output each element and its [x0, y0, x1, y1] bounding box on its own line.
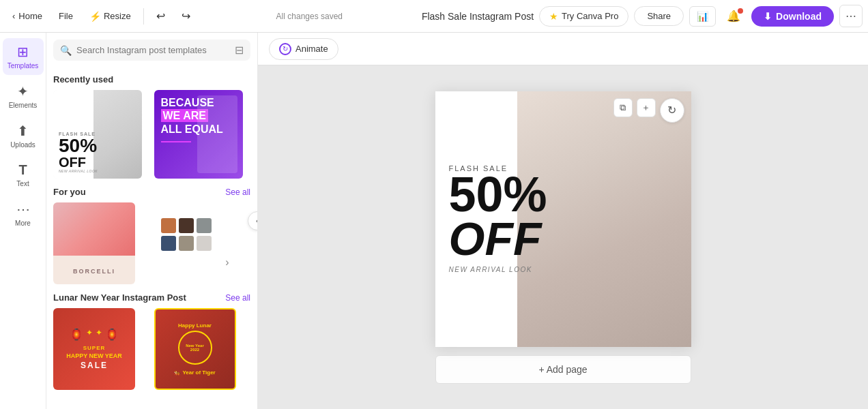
home-label: Home	[18, 11, 42, 21]
arrow-right-icon: ›	[225, 256, 229, 269]
template-palette[interactable]: ›	[154, 202, 236, 284]
canvas-content[interactable]: ⧉ ＋ ↻ FLASH SALE	[258, 65, 868, 409]
redo-icon: ↪	[182, 10, 190, 22]
equal-figure	[197, 95, 237, 173]
for-you-title: For you	[53, 187, 86, 197]
canvas-duplicate-button[interactable]: ＋	[637, 98, 656, 117]
for-you-see-all[interactable]: See all	[225, 187, 250, 197]
undo-button[interactable]: ↩	[149, 5, 172, 27]
design-canvas[interactable]: FLASH SALE 50% OFF NEW ARRIVAL LOOK	[435, 91, 691, 347]
animate-label: Animate	[295, 44, 328, 54]
canvas-inner: FLASH SALE 50% OFF NEW ARRIVAL LOOK	[435, 91, 691, 347]
canvas-sub-label: NEW ARRIVAL LOOK	[449, 266, 547, 273]
uploads-label: Uploads	[10, 141, 35, 149]
sidebar-item-uploads[interactable]: ⬆ Uploads	[3, 117, 44, 154]
more-options-button[interactable]: ⋯	[839, 5, 863, 27]
template-lunar-2[interactable]: Happy Lunar New Year2022 🐅 Year of Tiger	[154, 308, 236, 390]
lunar2-year: New Year2022	[186, 344, 204, 352]
canvas-refresh-button[interactable]: ↻	[660, 98, 684, 123]
refresh-icon: ↻	[667, 104, 676, 117]
lunar-title: Lunar New Year Instagram Post	[53, 292, 186, 303]
lunar2-bottom-text: 🐅 Year of Tiger	[174, 369, 215, 376]
for-you-grid: BORCELLI ›	[53, 202, 250, 284]
swatch-5	[179, 236, 194, 251]
redo-button[interactable]: ↪	[175, 5, 197, 27]
download-icon: ⬇	[764, 11, 772, 22]
flash-text-block: FLASH SALE 50% OFF NEW ARRIVAL LOOK	[59, 132, 98, 173]
borcelli-label: BORCELLI	[53, 268, 135, 275]
icon-sidebar: ⊞ Templates ✦ Elements ⬆ Uploads T Text …	[0, 33, 46, 409]
lunar1-happy: HAPPY NEW YEAR	[66, 352, 122, 359]
palette-arrow: ›	[161, 256, 229, 269]
lantern2-icon: 🏮	[105, 328, 119, 341]
toolbar: ‹ Home File ⚡ Resize ↩ ↪ All changes sav…	[0, 0, 868, 33]
template-lunar-1[interactable]: 🏮 ✦ ✦ 🏮 SUPER HAPPY NEW YEAR SALE	[53, 308, 135, 390]
more-icon: ⋯	[845, 10, 856, 22]
swatch-3	[197, 218, 212, 233]
resize-button[interactable]: ⚡ Resize	[83, 7, 138, 26]
elements-icon: ✦	[17, 83, 29, 100]
borcelli-flowers	[53, 202, 135, 256]
star-icon: ★	[549, 11, 558, 22]
copy-icon: ⧉	[620, 102, 626, 113]
sidebar-item-templates[interactable]: ⊞ Templates	[3, 38, 44, 75]
palette-row-1	[161, 218, 229, 233]
undo-icon: ↩	[156, 10, 165, 22]
notification-button[interactable]: 🔔	[721, 5, 746, 27]
templates-content: Recently used FLASH SALE 50% OFF NEW ARR…	[46, 66, 257, 409]
canvas-off: OFF	[449, 217, 547, 261]
borcelli-footer: BORCELLI	[53, 264, 135, 279]
template-flash-sale[interactable]: FLASH SALE 50% OFF NEW ARRIVAL LOOK	[53, 90, 142, 179]
sidebar-item-more[interactable]: ⋯ More	[3, 196, 44, 232]
chevron-left-icon: ‹	[12, 11, 15, 21]
search-bar: 🔍 ⊟	[53, 40, 250, 61]
search-input[interactable]	[76, 45, 230, 55]
lunar2-circle: New Year2022	[178, 331, 212, 365]
analytics-button[interactable]: 📊	[689, 6, 716, 27]
animate-button[interactable]: ↻ Animate	[269, 38, 338, 60]
design-canvas-wrapper: ⧉ ＋ ↻ FLASH SALE	[435, 91, 691, 384]
search-icon: 🔍	[60, 45, 72, 56]
download-button[interactable]: ⬇ Download	[751, 6, 834, 27]
file-button[interactable]: File	[52, 7, 80, 25]
uploads-icon: ⬆	[17, 123, 29, 139]
more-label: More	[15, 219, 31, 227]
filter-icon: ⊟	[235, 44, 244, 56]
swatch-1	[161, 218, 176, 233]
filter-button[interactable]: ⊟	[235, 44, 244, 57]
swatch-6	[197, 236, 212, 251]
template-borcelli[interactable]: BORCELLI	[53, 202, 135, 284]
swatch-4	[161, 236, 176, 251]
sidebar-item-text[interactable]: T Text	[3, 157, 44, 193]
home-button[interactable]: ‹ Home	[5, 7, 49, 25]
doc-title: Flash Sale Instagram Post	[422, 11, 534, 22]
canvas-toolbar: ↻ Animate	[258, 33, 868, 65]
canvas-text-block: FLASH SALE 50% OFF NEW ARRIVAL LOOK	[449, 164, 547, 273]
analytics-icon: 📊	[697, 11, 708, 22]
flash-sale-inner: FLASH SALE 50% OFF NEW ARRIVAL LOOK	[53, 90, 142, 179]
templates-panel: 🔍 ⊟ Recently used FLASH SALE 50%	[46, 33, 258, 409]
more-icon: ⋯	[16, 201, 30, 217]
template-equal[interactable]: becAUSE WE ARE ALL EQUAL	[154, 90, 243, 179]
canvas-actions: ⧉ ＋ ↻	[613, 98, 684, 123]
share-label: Share	[647, 11, 671, 21]
try-canva-pro-button[interactable]: ★ Try Canva Pro	[539, 6, 628, 27]
lunar1-super: SUPER	[83, 345, 106, 351]
flash-off: OFF	[59, 155, 98, 169]
flash-sub: NEW ARRIVAL LOOK	[59, 169, 98, 173]
templates-icon: ⊞	[17, 44, 29, 60]
notification-badge	[738, 8, 743, 14]
add-page-button[interactable]: + Add page	[435, 355, 691, 384]
swatch-2	[179, 218, 194, 233]
lunar1-stars: ✦ ✦	[86, 328, 102, 341]
lunar1-decorations: 🏮 ✦ ✦ 🏮	[70, 328, 118, 341]
sidebar-item-elements[interactable]: ✦ Elements	[3, 78, 44, 115]
share-button[interactable]: Share	[634, 6, 684, 26]
lunar-grid: 🏮 ✦ ✦ 🏮 SUPER HAPPY NEW YEAR SALE Happy …	[53, 308, 250, 390]
lunar-see-all[interactable]: See all	[225, 293, 250, 303]
plus-icon: ＋	[641, 102, 650, 114]
download-label: Download	[776, 11, 822, 22]
saved-status: All changes saved	[276, 12, 343, 21]
animate-symbol: ↻	[283, 45, 288, 52]
canvas-add-button[interactable]: ⧉	[613, 98, 633, 117]
